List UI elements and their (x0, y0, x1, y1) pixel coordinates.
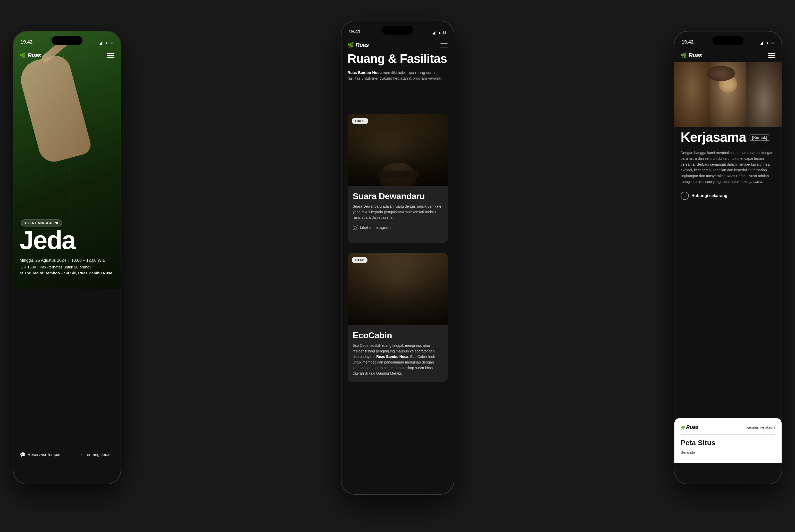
cafe-card-image: CAFE (348, 114, 448, 186)
event-location-name: The Tao of Bamboo – Su Sie, Ruas Bambu N… (24, 271, 112, 275)
cabin-overlay (348, 253, 448, 325)
logo-text-left: Ruas (27, 52, 41, 59)
cafe-card-title: Suara Dewandaru (353, 191, 442, 201)
logo-leaf-left: 🌿 (20, 52, 26, 58)
battery-center: 83 (443, 31, 446, 35)
cafe-card[interactable]: CAFE Suara Dewandaru Suara Dewandaru ada… (348, 114, 448, 243)
event-date-text: Minggu, 25 Agustus 2024 (20, 258, 66, 263)
center-page-header: Ruang & Fasilitas Ruas Bambu Nusa memili… (348, 52, 448, 81)
subtitle-brand: Ruas Bambu Nusa (348, 70, 382, 75)
kontak-badge: [Kontak] (749, 134, 770, 141)
signal-icon-right (760, 41, 764, 45)
phone-center: 19.41 ▲ 83 🌿 Ruas Ruang & Fasilitas (341, 21, 454, 495)
logo-leaf-right: 🌿 (681, 52, 687, 58)
event-actions: 💬 Reservasi Tempat → Tentang Jeda (13, 446, 120, 463)
footer-logo: 🌿 Ruas (681, 424, 699, 430)
navbar-left: 🌿 Ruas (13, 49, 120, 62)
whatsapp-icon: 💬 (20, 452, 25, 458)
cafe-card-link[interactable]: ◯ Lihat di Instagram (353, 225, 442, 230)
hamburger-center[interactable] (440, 43, 448, 48)
status-icons-right: ▲ 83 (760, 41, 774, 45)
signal-icon-center (432, 31, 436, 35)
logo-text-right: Ruas (688, 52, 702, 59)
wifi-icon-right: ▲ (766, 41, 769, 45)
hubungi-button[interactable]: → Hubungi sekarang (681, 192, 775, 200)
status-icons-left: ▲ 83 (99, 41, 113, 45)
footer-logo-text: Ruas (686, 424, 699, 430)
battery-left: 83 (110, 41, 113, 45)
ecocabin-card-title: EcoCabin (353, 330, 442, 340)
tentang-btn[interactable]: → Tentang Jeda (67, 446, 121, 463)
event-meta: Minggu, 25 Agustus 2024 | 10.00 – 12.00 … (20, 258, 114, 275)
ecocabin-card[interactable]: STAY EcoCabin Eco Cabin adalah ruang tin… (348, 253, 448, 382)
afro-hair (706, 66, 735, 81)
right-gallery (675, 62, 782, 127)
arrow-circle-icon: → (681, 192, 689, 200)
event-title: Jeda (20, 227, 75, 253)
footer-section: 🌿 Ruas Kembali ke atas ↑ Peta Situs Bera… (675, 418, 782, 463)
footer-leaf-icon: 🌿 (681, 425, 685, 430)
logo-center[interactable]: 🌿 Ruas (348, 42, 369, 49)
hubungi-label: Hubungi sekarang (692, 193, 727, 198)
hamburger-right[interactable] (768, 53, 775, 58)
time-right: 19.42 (682, 39, 694, 45)
cabin-image-bg (348, 253, 448, 325)
kerjasama-title-text: Kerjasama (681, 129, 746, 145)
reservasi-btn[interactable]: 💬 Reservasi Tempat (13, 446, 67, 463)
dynamic-island-right (713, 36, 743, 45)
kerjasama-section: Kerjasama [Kontak] Dengan bangga kami me… (681, 129, 775, 200)
time-left: 19.42 (21, 39, 33, 45)
dynamic-island-center (382, 26, 413, 35)
phone-right: 19.42 ▲ 83 🌿 Ruas (674, 31, 782, 484)
event-price: IDR 150K / Pax (terbatas untuk 20 orang) (20, 265, 114, 269)
kerjasama-title: Kerjasama [Kontak] (681, 129, 775, 145)
signal-icon-left (99, 41, 103, 45)
phone-left: 19.42 ▲ 83 🌿 Ruas (13, 31, 121, 484)
cafe-link-label: Lihat di Instagram (360, 225, 391, 230)
footer-divider (681, 434, 775, 435)
event-location-prefix: at (20, 271, 24, 275)
up-arrow-icon: ↑ (774, 425, 775, 430)
battery-right: 83 (771, 41, 774, 45)
arrow-icon: → (78, 452, 83, 458)
kerjasama-desc: Dengan bangga kami membuka kerjasama dan… (681, 150, 775, 185)
gallery-img-3 (746, 62, 782, 127)
event-location: at The Tao of Bamboo – Su Sie, Ruas Bamb… (20, 271, 114, 275)
hamburger-left[interactable] (107, 53, 114, 58)
cafe-card-desc: Suara Dewandaru adalah ruang dengar musi… (353, 204, 442, 221)
navbar-center: 🌿 Ruas (341, 39, 454, 52)
page-subtitle-center: Ruas Bambu Nusa memiliki beberapa ruang … (348, 70, 448, 81)
logo-left[interactable]: 🌿 Ruas (20, 52, 41, 59)
event-separator: | (68, 258, 69, 263)
time-center: 19.41 (349, 29, 361, 35)
event-badge: EVENT MINGGU INI (21, 220, 62, 226)
cafe-category-badge: CAFE (352, 118, 368, 124)
logo-text-center: Ruas (356, 42, 369, 49)
ecocabin-brand: Ruas Bambu Nusa (376, 355, 408, 359)
tentang-label: Tentang Jeda (85, 452, 110, 457)
footer-nav-beranda[interactable]: Beranda (681, 449, 775, 455)
logo-leaf-center: 🌿 (348, 42, 354, 48)
logo-right[interactable]: 🌿 Ruas (681, 52, 702, 59)
ecocabin-category-badge: STAY (352, 257, 368, 263)
navbar-right: 🌿 Ruas (675, 49, 782, 62)
instagram-icon: ◯ (353, 225, 358, 230)
ecocabin-underline: ruang tinggal, menginap, atau residensi (353, 343, 430, 353)
back-to-top-btn[interactable]: Kembali ke atas ↑ (746, 425, 775, 430)
cafe-card-content: Suara Dewandaru Suara Dewandaru adalah r… (348, 186, 448, 235)
event-date: Minggu, 25 Agustus 2024 | 10.00 – 12.00 … (20, 258, 114, 263)
back-to-top-label: Kembali ke atas (746, 425, 772, 430)
footer-top: 🌿 Ruas Kembali ke atas ↑ (681, 424, 775, 430)
footer-sitemap-title: Peta Situs (681, 439, 775, 447)
reservasi-label: Reservasi Tempat (27, 452, 60, 457)
ecocabin-card-image: STAY (348, 253, 448, 325)
cafe-image-bg (348, 114, 448, 186)
wifi-icon-left: ▲ (105, 41, 108, 45)
gallery-img-1 (675, 62, 710, 127)
ecocabin-card-desc: Eco Cabin adalah ruang tinggal, menginap… (353, 343, 442, 376)
event-time-text: 10.00 – 12.00 WIB (71, 258, 106, 263)
page-title-center: Ruang & Fasilitas (348, 52, 448, 66)
dynamic-island-left (52, 36, 82, 45)
cafe-overlay (348, 114, 448, 186)
status-icons-center: ▲ 83 (432, 31, 446, 35)
